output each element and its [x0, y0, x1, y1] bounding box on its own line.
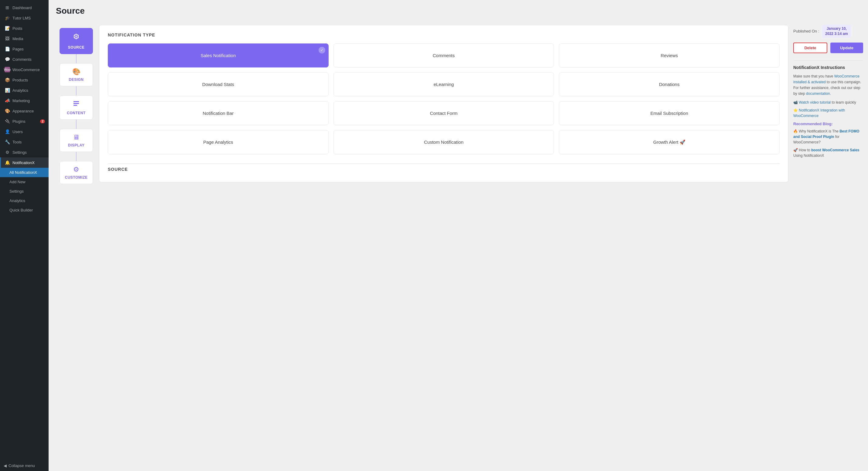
sidebar-item-label: Pages	[12, 47, 45, 51]
delete-button[interactable]: Delete	[793, 42, 827, 53]
notif-card-label: Page Analytics	[203, 140, 233, 145]
sidebar-subitem-all-notificationx[interactable]: All NotificationX	[0, 168, 49, 177]
sidebar-subitem-settings[interactable]: Settings	[0, 186, 49, 196]
sidebar-item-tutor-lms[interactable]: 🎓 Tutor LMS	[0, 13, 49, 23]
sidebar-item-label: Plugins	[12, 119, 38, 124]
watch-video-link: 📹 Watch video tutorial to learn quickly	[793, 100, 863, 105]
sidebar-subitem-quick-builder[interactable]: Quick Builder	[0, 205, 49, 215]
step-design-label: DESIGN	[63, 78, 90, 82]
check-mark: ✓	[318, 47, 325, 54]
woocommerce-icon: Woo	[5, 67, 10, 72]
step-content-label: CONTENT	[63, 111, 90, 115]
notif-card-notification-bar[interactable]: Notification Bar	[108, 101, 329, 125]
notification-grid: ✓ Sales Notification Comments Reviews Do…	[108, 43, 780, 154]
sidebar-item-products[interactable]: 📦 Products	[0, 75, 49, 85]
pages-icon: 📄	[5, 46, 10, 52]
step-connector-3	[76, 120, 76, 129]
published-date: January 10,2022 3:14 am	[822, 25, 851, 38]
notif-card-label: Sales Notification	[200, 53, 236, 58]
analytics-icon: 📊	[5, 88, 10, 93]
sidebar-item-label: WooCommerce	[12, 67, 45, 72]
step-design-icon: 🎨	[63, 68, 90, 76]
appearance-icon: 🎨	[5, 108, 10, 114]
step-design[interactable]: 🎨 DESIGN	[60, 63, 93, 86]
page-header: Source	[49, 0, 868, 25]
action-buttons: Delete Update	[793, 42, 863, 53]
sidebar-item-plugins[interactable]: 🔌 Plugins 2	[0, 116, 49, 126]
notif-card-donations[interactable]: Donations	[559, 72, 780, 96]
sidebar: ⊞ Dashboard 🎓 Tutor LMS 📝 Posts 🖼 Media …	[0, 0, 49, 471]
notif-card-growth-alert[interactable]: Growth Alert 🚀	[559, 130, 780, 154]
notif-card-contact-form[interactable]: Contact Form	[334, 101, 554, 125]
notif-card-label: Contact Form	[430, 111, 458, 116]
sidebar-item-analytics[interactable]: 📊 Analytics	[0, 85, 49, 95]
notif-card-email-subscription[interactable]: Email Subscription	[559, 101, 780, 125]
instructions-paragraph: Make sure that you have WooCommerce inst…	[793, 73, 863, 97]
sidebar-item-label: Media	[12, 36, 45, 41]
tutor-lms-icon: 🎓	[5, 15, 10, 21]
sidebar-item-label: Settings	[12, 150, 45, 155]
notif-card-label: Email Subscription	[651, 111, 688, 116]
step-display[interactable]: 🖥 DISPLAY	[60, 129, 93, 152]
step-display-label: DISPLAY	[63, 143, 90, 147]
sidebar-subitem-label: Settings	[9, 189, 45, 194]
products-icon: 📦	[5, 77, 10, 83]
right-panel: Published On : January 10,2022 3:14 am D…	[793, 25, 863, 161]
sidebar-item-media[interactable]: 🖼 Media	[0, 33, 49, 44]
dashboard-icon: ⊞	[5, 5, 10, 10]
step-connector-2	[76, 86, 76, 95]
notif-card-reviews[interactable]: Reviews	[559, 43, 780, 67]
step-customize-icon: ⚙	[63, 166, 90, 174]
woo-link[interactable]: WooCommerce installed & activated	[793, 74, 860, 84]
notif-card-sales-notification[interactable]: ✓ Sales Notification	[108, 43, 329, 67]
update-button[interactable]: Update	[830, 42, 863, 53]
sidebar-item-tools[interactable]: 🔧 Tools	[0, 137, 49, 147]
sidebar-item-label: NotificationX	[12, 160, 45, 165]
notif-card-label: Custom Notification	[424, 140, 463, 145]
step-content[interactable]: CONTENT	[60, 95, 93, 120]
sidebar-item-label: Posts	[12, 26, 45, 31]
center-content: NOTIFICATION TYPE ✓ Sales Notification C…	[99, 25, 788, 182]
step-source[interactable]: SOURCE	[60, 28, 93, 54]
collapse-menu[interactable]: ◀ Collapse menu	[0, 460, 49, 471]
notification-type-title: NOTIFICATION TYPE	[108, 32, 780, 37]
plugins-icon: 🔌	[5, 119, 10, 124]
plugins-badge: 2	[40, 119, 45, 123]
step-customize-label: CUSTOMIZE	[63, 175, 90, 180]
notif-card-label: eLearning	[434, 82, 454, 87]
sidebar-item-posts[interactable]: 📝 Posts	[0, 23, 49, 33]
sidebar-item-pages[interactable]: 📄 Pages	[0, 44, 49, 54]
step-sidebar: SOURCE 🎨 DESIGN	[54, 25, 99, 190]
step-customize[interactable]: ⚙ CUSTOMIZE	[60, 161, 93, 184]
sidebar-item-label: Analytics	[12, 88, 45, 93]
svg-rect-1	[73, 103, 79, 104]
svg-rect-2	[73, 105, 77, 106]
sidebar-item-notificationx[interactable]: 🔔 NotificationX	[0, 157, 49, 168]
sidebar-item-comments[interactable]: 💬 Comments	[0, 54, 49, 64]
sidebar-item-settings[interactable]: ⚙ Settings	[0, 147, 49, 157]
notif-card-page-analytics[interactable]: Page Analytics	[108, 130, 329, 154]
doc-link[interactable]: documentation.	[806, 91, 831, 96]
divider	[793, 60, 863, 61]
notif-card-label: Growth Alert 🚀	[653, 140, 685, 145]
blog-link-1: 🔥 Why NotificationX is The Best FOMO and…	[793, 128, 863, 145]
notif-card-elearning[interactable]: eLearning	[334, 72, 554, 96]
sidebar-item-dashboard[interactable]: ⊞ Dashboard	[0, 2, 49, 13]
sidebar-subitem-add-new[interactable]: Add New	[0, 177, 49, 186]
sidebar-item-woocommerce[interactable]: Woo WooCommerce	[0, 64, 49, 75]
notif-card-download-stats[interactable]: Download Stats	[108, 72, 329, 96]
sidebar-item-appearance[interactable]: 🎨 Appearance	[0, 106, 49, 116]
sidebar-item-label: Dashboard	[12, 5, 45, 10]
instructions-title: NotificationX Instructions	[793, 65, 863, 70]
sidebar-subitem-label: All NotificationX	[9, 170, 45, 175]
notificationx-icon: 🔔	[5, 160, 10, 165]
sidebar-subitem-analytics[interactable]: Analytics	[0, 196, 49, 205]
sidebar-item-users[interactable]: 👤 Users	[0, 126, 49, 137]
posts-icon: 📝	[5, 26, 10, 31]
notif-card-label: Donations	[659, 82, 680, 87]
collapse-label: Collapse menu	[8, 463, 35, 468]
notif-card-custom-notification[interactable]: Custom Notification	[334, 130, 554, 154]
sidebar-item-marketing[interactable]: 📣 Marketing	[0, 95, 49, 106]
notif-card-comments[interactable]: Comments	[334, 43, 554, 67]
published-on-label: Published On :	[793, 29, 819, 33]
